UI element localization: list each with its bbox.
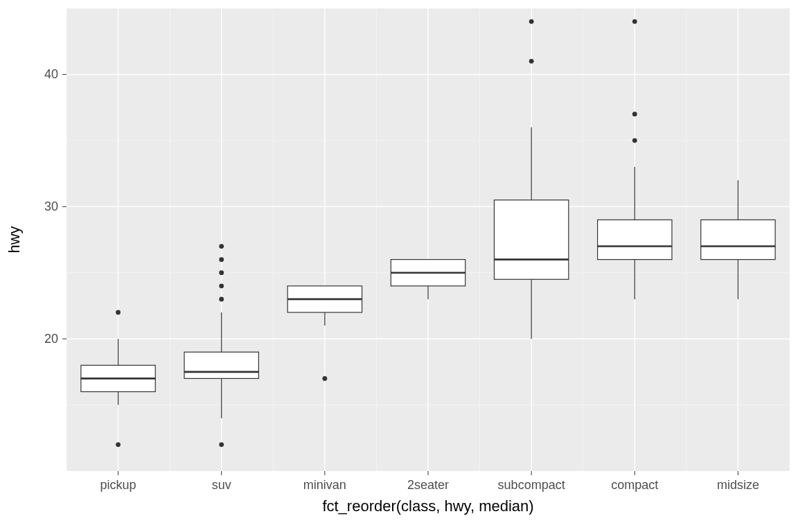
iqr-box: [701, 220, 775, 259]
outlier-point: [632, 112, 637, 116]
iqr-box: [494, 200, 568, 280]
outlier-point: [529, 19, 534, 24]
outlier-point: [116, 442, 121, 447]
x-tick-label: minivan: [303, 478, 346, 492]
y-tick-label: 30: [44, 200, 58, 213]
iqr-box: [598, 220, 672, 259]
outlier-point: [219, 244, 224, 249]
boxplot-chart: 203040pickupsuvminivan2seatersubcompactc…: [0, 0, 798, 532]
y-tick-label: 20: [44, 332, 58, 346]
x-tick-label: compact: [611, 478, 658, 492]
x-tick-label: pickup: [100, 478, 136, 492]
outlier-point: [219, 283, 224, 288]
outlier-point: [219, 442, 224, 447]
outlier-point: [632, 138, 637, 143]
outlier-point: [219, 270, 224, 275]
y-axis-title: hwy: [6, 226, 23, 253]
outlier-point: [632, 19, 637, 24]
outlier-point: [219, 257, 224, 262]
x-tick-label: 2seater: [407, 478, 449, 492]
outlier-point: [116, 310, 121, 315]
x-tick-label: subcompact: [498, 478, 565, 492]
y-tick-label: 40: [44, 67, 58, 81]
x-tick-label: suv: [212, 478, 231, 492]
iqr-box: [184, 352, 258, 378]
outlier-point: [529, 59, 534, 64]
x-axis-title: fct_reorder(class, hwy, median): [322, 497, 533, 515]
outlier-point: [219, 296, 224, 301]
outlier-point: [322, 376, 327, 381]
x-tick-label: midsize: [717, 478, 759, 492]
